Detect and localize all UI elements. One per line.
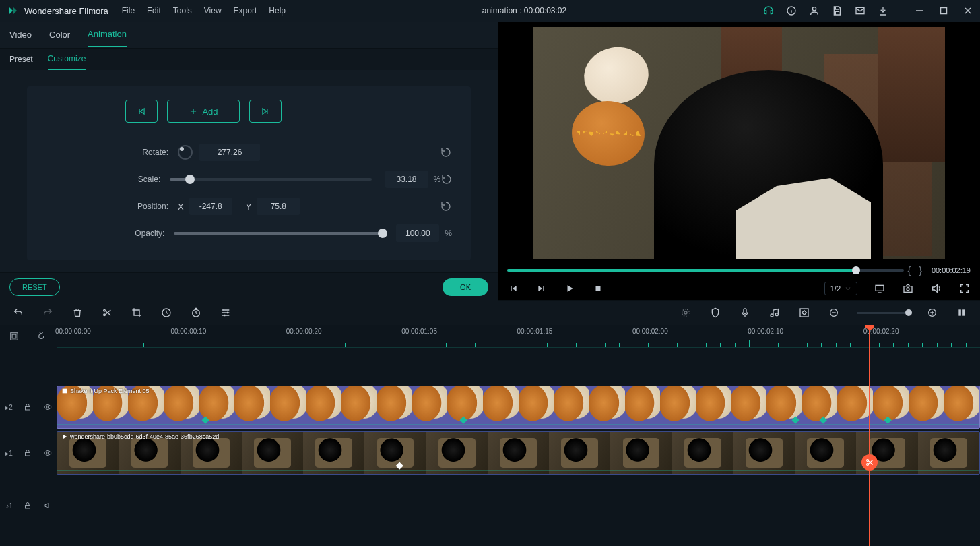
prev-keyframe-button[interactable] xyxy=(125,100,158,123)
track-main: ▸1 wondershare-bb0b5cdd-6d3f-40e4-85ae-3… xyxy=(0,430,980,476)
mail-icon[interactable] xyxy=(855,5,865,16)
rotate-label: Rotate: xyxy=(46,148,178,157)
position-x-input[interactable] xyxy=(189,198,232,215)
snapshot-icon[interactable] xyxy=(902,282,914,295)
tab-animation[interactable]: Animation xyxy=(88,22,127,47)
mark-out-icon[interactable]: } xyxy=(919,265,922,276)
crop-icon[interactable] xyxy=(131,307,143,319)
menu-help[interactable]: Help xyxy=(269,6,286,16)
marker-icon[interactable] xyxy=(709,307,721,319)
download-icon[interactable] xyxy=(878,5,888,16)
track-overlay-visibility-icon[interactable] xyxy=(43,403,51,411)
preview-zoom-dropdown[interactable]: 1/2 xyxy=(824,282,857,295)
track-overlay-lock-icon[interactable] xyxy=(24,403,32,411)
svg-rect-25 xyxy=(26,453,30,456)
svg-rect-4 xyxy=(596,286,601,291)
svg-rect-5 xyxy=(876,285,884,291)
rotate-input[interactable] xyxy=(199,144,260,161)
tab-video[interactable]: Video xyxy=(9,23,32,47)
add-keyframe-button[interactable]: Add xyxy=(167,100,240,123)
scale-slider[interactable] xyxy=(170,178,371,181)
subtab-preset[interactable]: Preset xyxy=(9,49,33,69)
play-icon[interactable] xyxy=(564,282,576,295)
menu-export[interactable]: Export xyxy=(234,6,257,16)
subtab-customize[interactable]: Customize xyxy=(48,49,86,70)
stop-icon[interactable] xyxy=(592,282,604,295)
account-icon[interactable] xyxy=(809,5,820,16)
info-icon[interactable] xyxy=(786,5,797,16)
clip-main[interactable]: wondershare-bb0b5cdd-6d3f-40e4-85ae-36fb… xyxy=(57,431,980,475)
menu-file[interactable]: File xyxy=(122,6,135,16)
timeline-zoom-slider[interactable] xyxy=(857,312,909,314)
timeline-ruler[interactable]: 00:00:00:0000:00:00:1000:00:00:2000:00:0… xyxy=(57,325,980,348)
speed-icon[interactable] xyxy=(160,307,172,319)
support-icon[interactable] xyxy=(763,5,774,16)
window-maximize-icon[interactable] xyxy=(938,5,949,16)
tab-color[interactable]: Color xyxy=(49,23,70,47)
scale-label: Scale: xyxy=(46,175,170,184)
position-reset-icon[interactable] xyxy=(440,201,452,212)
menu-view[interactable]: View xyxy=(204,6,222,16)
menu-tools[interactable]: Tools xyxy=(173,6,192,16)
position-y-input[interactable] xyxy=(257,198,300,215)
volume-icon[interactable] xyxy=(930,282,942,295)
svg-point-9 xyxy=(104,314,106,316)
adjust-icon[interactable] xyxy=(220,307,232,319)
app-logo-icon xyxy=(7,5,19,17)
zoom-out-icon[interactable] xyxy=(828,307,840,319)
zoom-in-icon[interactable] xyxy=(926,307,938,319)
ok-button[interactable]: OK xyxy=(443,278,488,296)
next-keyframe-button[interactable] xyxy=(249,100,282,123)
svg-point-23 xyxy=(46,406,48,408)
render-icon[interactable] xyxy=(680,307,692,319)
track-overlay-id: ▸2 xyxy=(5,404,13,411)
track-audio-id: ♪1 xyxy=(5,502,13,510)
scale-input[interactable] xyxy=(385,171,428,188)
manage-tracks-icon[interactable] xyxy=(9,332,19,341)
project-title: animation : 00:00:03:02 xyxy=(286,6,763,16)
svg-rect-3 xyxy=(941,8,947,14)
window-close-icon[interactable] xyxy=(962,5,973,16)
opacity-slider[interactable] xyxy=(174,232,383,235)
step-fwd-icon[interactable] xyxy=(535,282,548,295)
step-back-icon[interactable] xyxy=(507,282,519,295)
menu-edit[interactable]: Edit xyxy=(147,6,161,16)
voiceover-icon[interactable] xyxy=(739,307,751,319)
svg-rect-20 xyxy=(11,333,18,340)
track-main-visibility-icon[interactable] xyxy=(43,449,51,457)
preview-panel: { } 00:00:02:19 1/2 xyxy=(498,22,980,301)
delete-icon[interactable] xyxy=(71,307,84,319)
mark-in-icon[interactable]: { xyxy=(908,265,911,276)
audio-mixer-icon[interactable] xyxy=(769,307,781,319)
rotate-knob[interactable] xyxy=(178,145,193,160)
zoom-fit-icon[interactable] xyxy=(956,307,968,319)
track-main-lock-icon[interactable] xyxy=(24,449,32,457)
position-y-label: Y xyxy=(246,202,252,212)
svg-rect-18 xyxy=(958,309,961,315)
keyframe-diamond-icon[interactable] xyxy=(798,307,810,319)
svg-rect-22 xyxy=(26,407,30,411)
auto-ripple-icon[interactable] xyxy=(38,332,47,341)
inspector-tabs: Video Color Animation xyxy=(0,22,498,49)
duration-icon[interactable] xyxy=(190,307,202,319)
opacity-label: Opacity: xyxy=(46,229,174,238)
preview-canvas[interactable] xyxy=(533,27,945,259)
window-minimize-icon[interactable] xyxy=(914,5,925,16)
clip-overlay[interactable]: Shake It Up Pack Element 05 xyxy=(57,386,980,429)
scale-reset-icon[interactable] xyxy=(440,174,452,185)
preview-quality-icon[interactable] xyxy=(874,282,886,295)
app-name: Wondershare Filmora xyxy=(24,6,108,16)
track-audio-mute-icon[interactable] xyxy=(43,502,51,510)
scale-unit: % xyxy=(434,175,441,184)
save-icon[interactable] xyxy=(832,5,843,16)
rotate-reset-icon[interactable] xyxy=(440,147,452,158)
add-keyframe-label: Add xyxy=(202,107,218,117)
undo-icon[interactable] xyxy=(12,307,24,319)
opacity-input[interactable] xyxy=(396,224,439,242)
redo-icon[interactable] xyxy=(42,307,54,319)
preview-scrubber[interactable] xyxy=(507,269,904,272)
split-icon[interactable] xyxy=(101,307,113,319)
track-audio-lock-icon[interactable] xyxy=(24,502,32,510)
reset-button[interactable]: RESET xyxy=(9,278,60,296)
fullscreen-icon[interactable] xyxy=(958,282,971,295)
